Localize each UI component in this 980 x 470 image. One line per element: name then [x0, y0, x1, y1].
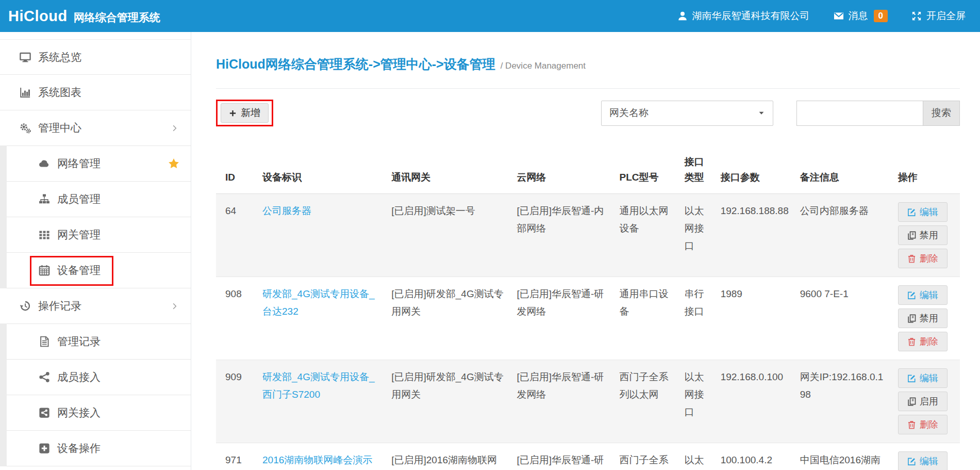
cloud-icon — [39, 158, 50, 169]
file-text-icon — [39, 336, 50, 347]
edit-button[interactable]: 编辑 — [898, 368, 948, 388]
trash-icon — [907, 254, 916, 263]
cell-iface-type: 以太网接口 — [679, 360, 716, 443]
sidebar-item-system-charts[interactable]: 系统图表 — [0, 75, 191, 110]
page-title: HiCloud网络综合管理系统->管理中心->设备管理 — [216, 56, 495, 73]
brand-suffix: 网络综合管理系统 — [74, 10, 160, 25]
cell-iface-params: 192.168.188.88 — [716, 194, 795, 277]
edit-button[interactable]: 编辑 — [898, 202, 948, 222]
fullscreen-toggle[interactable]: 开启全屏 — [911, 9, 966, 23]
annotation-box-add: 新增 — [216, 100, 273, 126]
column-header-remark: 备注信息 — [795, 145, 893, 194]
sidebar-item-management-center[interactable]: 管理中心 — [0, 110, 191, 146]
history-icon — [20, 300, 31, 312]
cell-id: 908 — [216, 277, 257, 360]
trash-icon — [907, 337, 916, 346]
cell-gateway: [已启用]2016湖南物联网峰会 — [386, 443, 511, 470]
cell-gateway: [已启用]研发部_4G测试专用网关 — [386, 277, 511, 360]
delete-button[interactable]: 删除 — [898, 415, 948, 434]
desktop-icon — [20, 52, 31, 63]
sidebar: 系统总览 系统图表 管理中心 网络管理 成员管理 网关管理 设备管理 — [0, 32, 191, 470]
enable-button[interactable]: 启用 — [898, 392, 948, 411]
clone-icon — [907, 314, 916, 323]
filter-field-select[interactable]: 网关名称 — [601, 101, 773, 126]
cell-id: 971 — [216, 443, 257, 470]
sidebar-item-gateway-management[interactable]: 网关管理 — [7, 217, 191, 253]
add-button[interactable]: 新增 — [221, 103, 269, 123]
share-square-icon — [39, 407, 50, 418]
messages-label: 消息 — [849, 9, 868, 23]
column-header-iface-params: 接口参数 — [716, 145, 795, 194]
fullscreen-icon — [911, 11, 922, 21]
clone-icon — [907, 397, 916, 406]
search-button[interactable]: 搜索 — [923, 101, 960, 126]
chevron-right-icon — [171, 302, 178, 310]
filter-selected-value: 网关名称 — [609, 106, 649, 120]
breadcrumb: HiCloud网络综合管理系统->管理中心->设备管理 / Device Man… — [216, 32, 960, 73]
sidebar-item-device-management[interactable]: 设备管理 — [7, 253, 191, 288]
edit-button[interactable]: 编辑 — [898, 285, 948, 305]
gears-icon — [20, 122, 31, 134]
chevron-right-icon — [171, 124, 178, 132]
sidebar-item-gateway-access[interactable]: 网关接入 — [7, 395, 191, 431]
edit-icon — [907, 208, 916, 217]
sidebar-item-management-records[interactable]: 管理记录 — [7, 324, 191, 360]
messages-count-badge: 0 — [874, 10, 888, 22]
sidebar-item-member-management[interactable]: 成员管理 — [7, 182, 191, 217]
plus-icon — [229, 109, 237, 117]
divider — [216, 88, 960, 89]
column-header-actions: 操作 — [893, 145, 960, 194]
device-link[interactable]: 公司服务器 — [262, 205, 311, 216]
app-brand: HiCloud 网络综合管理系统 — [0, 8, 160, 25]
cell-network: [已启用]华辰智通-研发网络 — [511, 277, 614, 360]
cell-iface-params: 100.100.4.2 — [716, 443, 795, 470]
cell-id: 64 — [216, 194, 257, 277]
disable-button[interactable]: 禁用 — [898, 309, 948, 328]
cell-plc: 西门子全系列以太网 — [614, 360, 679, 443]
envelope-icon — [834, 11, 844, 21]
cell-iface-params: 1989 — [716, 277, 795, 360]
plus-square-icon — [39, 443, 50, 454]
page-subtitle: / Device Management — [501, 61, 586, 71]
edit-button[interactable]: 编辑 — [898, 451, 948, 470]
device-link[interactable]: 研发部_4G测试专用设备_西门子S7200 — [262, 371, 374, 400]
cell-remark: 中国电信2016湖南物联网峰会 — [795, 443, 893, 470]
table-header-row: ID 设备标识 通讯网关 云网络 PLC型号 接口类型 接口参数 备注信息 操作 — [216, 145, 960, 194]
cell-plc: 通用串口设备 — [614, 277, 679, 360]
column-header-network: 云网络 — [511, 145, 614, 194]
delete-button[interactable]: 删除 — [898, 249, 948, 268]
cell-network: [已启用]华辰智通-内部网络 — [511, 194, 614, 277]
cell-network: [已启用]华辰智通-研发网络 — [511, 360, 614, 443]
cell-iface-type: 以太网接口 — [679, 194, 716, 277]
clone-icon — [907, 231, 916, 240]
sidebar-item-system-overview[interactable]: 系统总览 — [0, 39, 191, 75]
account-menu[interactable]: 湖南华辰智通科技有限公司 — [677, 9, 810, 23]
messages-menu[interactable]: 消息 0 — [834, 9, 888, 23]
edit-icon — [907, 374, 916, 383]
cell-remark: 网关IP:192.168.0.198 — [795, 360, 893, 443]
search-input[interactable] — [796, 101, 923, 126]
sidebar-item-device-operations[interactable]: 设备操作 — [7, 431, 191, 466]
edit-icon — [907, 457, 916, 466]
column-header-iface-type: 接口类型 — [679, 145, 716, 194]
share-icon — [39, 371, 50, 383]
delete-button[interactable]: 删除 — [898, 332, 948, 351]
disable-button[interactable]: 禁用 — [898, 225, 948, 245]
sidebar-item-operation-records[interactable]: 操作记录 — [0, 288, 191, 324]
cell-network: [已启用]华辰智通-研发网络 — [511, 443, 614, 470]
cell-id: 909 — [216, 360, 257, 443]
sidebar-item-network-management[interactable]: 网络管理 — [7, 146, 191, 182]
sidebar-item-member-access[interactable]: 成员接入 — [7, 360, 191, 395]
device-link[interactable]: 研发部_4G测试专用设备_台达232 — [262, 288, 374, 317]
company-name: 湖南华辰智通科技有限公司 — [692, 9, 810, 23]
bar-chart-icon — [20, 87, 31, 98]
cell-iface-params: 192.168.0.100 — [716, 360, 795, 443]
device-link[interactable]: 2016湖南物联网峰会演示箱 — [262, 455, 372, 470]
cell-plc: 西门子全系列以太网 — [614, 443, 679, 470]
cell-gateway: [已启用]研发部_4G测试专用网关 — [386, 360, 511, 443]
cell-remark: 9600 7-E-1 — [795, 277, 893, 360]
edit-icon — [907, 291, 916, 300]
caret-down-icon — [758, 109, 765, 117]
cell-plc: 通用以太网设备 — [614, 194, 679, 277]
trash-icon — [907, 420, 916, 429]
